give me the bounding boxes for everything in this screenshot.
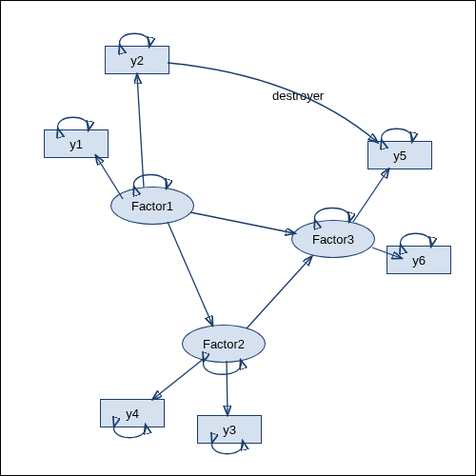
svg-line-5 xyxy=(227,361,228,414)
svg-line-4 xyxy=(153,358,205,399)
node-factor3: Factor3 xyxy=(291,220,375,258)
node-label: y5 xyxy=(393,149,407,163)
svg-line-2 xyxy=(168,222,212,325)
svg-line-7 xyxy=(353,169,388,222)
node-y4: y4 xyxy=(100,399,165,427)
node-factor1: Factor1 xyxy=(110,187,194,225)
diagram-canvas: y1 y2 y3 y4 y5 y6 Factor1 Factor2 Factor… xyxy=(0,0,476,476)
node-label: Factor1 xyxy=(131,199,173,213)
svg-line-3 xyxy=(190,212,294,233)
node-factor2: Factor2 xyxy=(182,325,266,363)
node-label: y6 xyxy=(412,253,426,268)
node-label: y1 xyxy=(69,137,83,151)
node-y3: y3 xyxy=(197,415,262,444)
node-label: Factor2 xyxy=(203,337,245,351)
svg-line-6 xyxy=(247,257,311,328)
node-label: y3 xyxy=(223,423,236,437)
node-label: y2 xyxy=(130,53,144,68)
node-label: Factor3 xyxy=(312,232,354,247)
node-y1: y1 xyxy=(44,129,109,158)
edges-layer xyxy=(1,1,476,476)
node-label: y4 xyxy=(126,407,139,421)
svg-line-1 xyxy=(137,75,144,188)
edge-label-destroyer: destroyer xyxy=(272,89,324,103)
node-y2: y2 xyxy=(105,46,169,74)
svg-line-0 xyxy=(96,156,123,199)
node-y5: y5 xyxy=(367,141,432,169)
node-y6: y6 xyxy=(387,246,451,274)
